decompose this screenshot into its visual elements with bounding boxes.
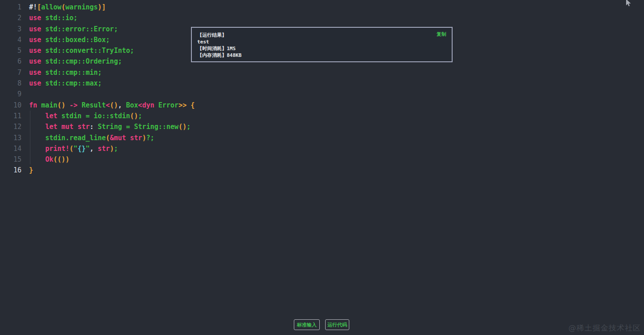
run-code-button[interactable]: 运行代码: [325, 319, 349, 330]
line-number: 4: [0, 34, 21, 45]
run-result-popup: 【运行结果】 test 【时间消耗】1MS 【内存消耗】848KB 复制: [191, 27, 453, 62]
line-number: 8: [0, 78, 21, 89]
line-number: 3: [0, 24, 21, 34]
line-number: 6: [0, 56, 21, 67]
code-text: use std::error::Error;: [29, 24, 118, 34]
result-title: 【运行结果】: [197, 32, 446, 39]
code-line: 14 print!("{}", str);: [0, 143, 644, 154]
code-line: 10fn main() -> Result<(), Box<dyn Error>…: [0, 100, 644, 111]
code-text: let mut str: String = String::new();: [29, 121, 191, 132]
watermark-text: @稀土掘金技术社区: [568, 323, 641, 333]
code-line: 1#![allow(warnings)]: [0, 2, 644, 13]
indent-guide: [30, 111, 30, 164]
code-line: 12 let mut str: String = String::new();: [0, 121, 644, 132]
code-line: 15 Ok(()): [0, 154, 644, 165]
code-text: use std::cmp::min;: [29, 67, 102, 78]
code-line: 16}: [0, 165, 644, 176]
line-number: 12: [0, 121, 21, 132]
line-number: 10: [0, 100, 21, 111]
copy-button[interactable]: 复制: [436, 31, 446, 38]
code-text: fn main() -> Result<(), Box<dyn Error>> …: [29, 100, 195, 111]
line-number: 16: [0, 165, 21, 176]
code-text: print!("{}", str);: [29, 143, 118, 154]
line-number: 1: [0, 2, 21, 13]
code-text: stdin.read_line(&mut str)?;: [29, 133, 154, 143]
code-text: let stdin = io::stdin();: [29, 111, 142, 121]
line-number: 7: [0, 67, 21, 78]
line-number: 11: [0, 111, 21, 121]
line-number: 2: [0, 13, 21, 23]
code-line: 11 let stdin = io::stdin();: [0, 111, 644, 121]
code-text: #![allow(warnings)]: [29, 2, 106, 13]
result-memory: 【内存消耗】848KB: [197, 52, 446, 59]
result-time: 【时间消耗】1MS: [197, 45, 446, 52]
line-number: 5: [0, 45, 21, 56]
code-text: }: [29, 165, 33, 176]
mouse-cursor-icon: [624, 0, 632, 8]
code-line: 2use std::io;: [0, 13, 644, 23]
code-text: use std::boxed::Box;: [29, 34, 110, 45]
line-number: 14: [0, 143, 21, 154]
code-line: 13 stdin.read_line(&mut str)?;: [0, 133, 644, 143]
result-output: test: [197, 39, 446, 45]
code-line: 8use std::cmp::max;: [0, 78, 644, 89]
code-text: use std::cmp::max;: [29, 78, 102, 89]
code-text: use std::cmp::Ordering;: [29, 56, 122, 67]
line-number: 13: [0, 133, 21, 143]
code-text: Ok(()): [29, 154, 69, 165]
line-number: 15: [0, 154, 21, 165]
code-text: use std::convert::TryInto;: [29, 45, 134, 56]
code-text: use std::io;: [29, 13, 77, 23]
stdin-button[interactable]: 标准输入: [294, 319, 320, 330]
page: 1#![allow(warnings)]2use std::io;3use st…: [0, 0, 644, 335]
code-line: 9: [0, 89, 644, 99]
code-line: 7use std::cmp::min;: [0, 67, 644, 78]
line-number: 9: [0, 89, 21, 99]
